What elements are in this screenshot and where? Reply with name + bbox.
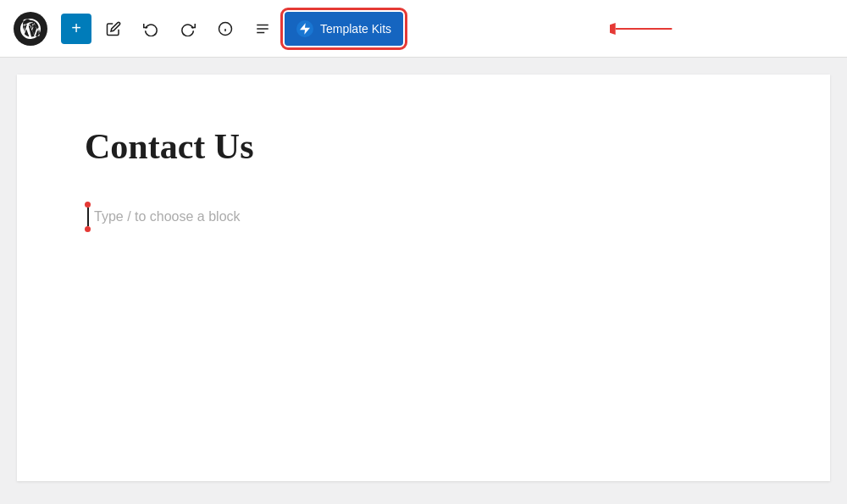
placeholder-text: Type / to choose a block [94,209,241,224]
tools-icon [255,21,270,36]
undo-icon [143,21,158,36]
redo-icon [180,21,196,36]
template-kits-button[interactable]: Template Kits [285,12,403,46]
template-kits-label: Template Kits [320,22,391,36]
toolbar: + [0,0,847,58]
text-cursor [85,202,91,232]
cursor-line [87,208,89,226]
add-block-button[interactable]: + [61,14,91,44]
tools-button[interactable] [247,14,278,44]
cursor-dot-bottom [85,226,91,232]
info-button[interactable] [210,14,241,44]
edit-button[interactable] [98,14,129,44]
arrow-annotation [610,20,678,37]
info-icon [218,21,233,36]
editor-area: Contact Us Type / to choose a block [0,58,847,504]
block-placeholder[interactable]: Type / to choose a block [85,195,762,239]
editor-canvas: Contact Us Type / to choose a block [17,75,830,481]
template-kits-icon [296,20,313,37]
red-arrow-icon [610,20,678,37]
wordpress-logo[interactable] [14,12,47,46]
pencil-icon [106,21,121,36]
undo-button[interactable] [136,14,166,44]
cursor-dot-top [85,202,91,208]
redo-button[interactable] [173,14,203,44]
page-title[interactable]: Contact Us [85,125,762,168]
